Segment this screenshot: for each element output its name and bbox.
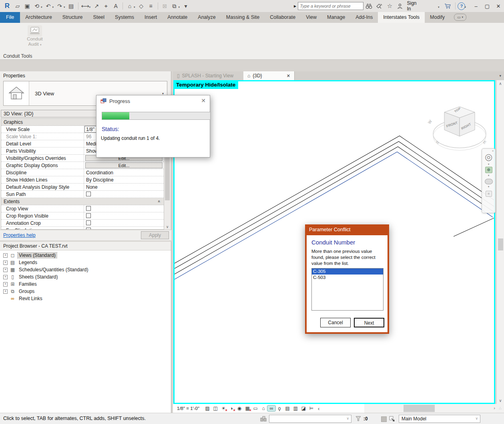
lock-3d-view-icon[interactable]: ⌂	[259, 406, 267, 411]
app-store-cart-icon[interactable]	[443, 3, 453, 9]
crop-region-visible-checkbox[interactable]	[86, 213, 91, 218]
tab-interstates-tools[interactable]: Interstates Tools	[378, 12, 425, 23]
redo-dropdown-caret[interactable]: ▾	[64, 6, 65, 9]
switch-windows-icon[interactable]: ⧉	[170, 3, 179, 10]
property-row-graphic-display-options[interactable]: Graphic Display OptionsEdit...	[1, 162, 164, 169]
steering-wheel-icon[interactable]: ◎	[485, 152, 492, 162]
tree-item-sheets[interactable]: + ▯ Sheets (Standard)	[0, 273, 171, 281]
sun-path-icon[interactable]: ☀✕	[219, 406, 227, 411]
active-workset-dropdown[interactable]: ∨	[269, 415, 351, 423]
navigation-bar[interactable]: ✕ ◎ ▾ ⊕ ▾ ▾ ⌗	[482, 148, 496, 213]
user-icon[interactable]	[395, 3, 405, 9]
progress-close-icon[interactable]: ✕	[201, 97, 206, 104]
tree-expander[interactable]: +	[3, 253, 8, 258]
scroll-down-arrow[interactable]: ∨	[164, 225, 171, 229]
editable-only-icon[interactable]	[381, 416, 387, 422]
scroll-up-arrow[interactable]: ∧	[497, 81, 504, 86]
scroll-right-arrow[interactable]: ›	[494, 406, 495, 410]
close-view-tab-icon[interactable]: ✕	[287, 73, 290, 79]
view-scale-control[interactable]: 1/8" = 1'-0"	[177, 406, 199, 411]
crop-view-checkbox[interactable]	[86, 206, 91, 211]
text-icon[interactable]: A	[111, 3, 120, 9]
tab-insert[interactable]: Insert	[139, 12, 162, 23]
tab-modify[interactable]: Modify	[425, 12, 450, 23]
annotation-crop-checkbox[interactable]	[86, 220, 91, 225]
collapse-group-icon[interactable]: «	[157, 200, 162, 203]
property-group-extents[interactable]: Extents«	[1, 198, 164, 205]
customize-qat-icon[interactable]: ▾	[181, 3, 191, 9]
measure-icon[interactable]: ⟷	[80, 3, 90, 9]
crop-region-icon[interactable]: ▭	[251, 406, 259, 411]
temporary-hide-isolate-icon[interactable]: ∞	[267, 406, 275, 411]
vertical-scrollbar-thumb[interactable]	[498, 238, 503, 250]
filter-icon[interactable]	[355, 416, 361, 422]
search-expand-arrow[interactable]: ▶	[294, 4, 296, 8]
sun-path-checkbox[interactable]	[86, 192, 91, 196]
default-3d-view-icon[interactable]: ⌂	[125, 3, 135, 9]
scroll-down-arrow[interactable]: ∨	[497, 398, 504, 403]
save-icon[interactable]: ▣	[22, 3, 32, 9]
displacement-icon[interactable]: ◪	[299, 406, 307, 411]
visual-style-icon[interactable]: ▨	[203, 406, 211, 411]
horizontal-scrollbar-thumb[interactable]	[404, 405, 435, 412]
compass-south[interactable]: S	[435, 140, 440, 145]
tab-massing-site[interactable]: Massing & Site	[221, 12, 265, 23]
sign-in-caret[interactable]: ▾	[438, 6, 440, 9]
undo-icon[interactable]: ↶	[44, 3, 53, 9]
3d-view-dropdown-caret[interactable]: ▾	[134, 6, 135, 9]
property-row-crop-view[interactable]: Crop View	[1, 205, 164, 212]
cancel-button[interactable]: Cancel	[320, 318, 351, 327]
list-option-c305[interactable]: C-305	[312, 269, 383, 275]
tree-item-schedules[interactable]: + ▦ Schedules/Quantities (Standard)	[0, 266, 171, 273]
aligned-dimension-icon[interactable]: ↗	[92, 3, 101, 9]
viewcube[interactable]: W S E TOP FRONT RIGHT	[415, 99, 499, 153]
favorites-star-icon[interactable]: ☆	[384, 2, 395, 10]
constraints-icon[interactable]: ⊨	[307, 406, 315, 411]
tree-item-revit-links[interactable]: + ∞ Revit Links	[0, 295, 171, 302]
tree-expander[interactable]: +	[3, 268, 8, 272]
rendering-dialog-icon[interactable]: ◉	[235, 406, 243, 411]
tab-collaborate[interactable]: Collaborate	[265, 12, 301, 23]
tree-item-views[interactable]: + ◻ Views (Standard)	[0, 252, 171, 259]
measure-dropdown-caret[interactable]: ▾	[89, 6, 91, 9]
tab-add-ins[interactable]: Add-Ins	[350, 12, 378, 23]
tree-item-families[interactable]: + ⊞ Families	[0, 281, 171, 288]
tab-manage[interactable]: Manage	[322, 12, 350, 23]
property-row-far-clip-active[interactable]: Far Clip Active	[1, 227, 164, 230]
horizontal-scrollbar[interactable]: ›	[364, 404, 496, 413]
help-search-input[interactable]	[298, 2, 363, 10]
navbar-caret[interactable]: ▾	[488, 163, 490, 166]
ribbon-display-toggle-button[interactable]: ▭ ▾	[454, 14, 466, 21]
navbar-caret[interactable]: ▾	[488, 185, 490, 188]
tab-view[interactable]: View	[301, 12, 322, 23]
navbar-extra-tool-icon[interactable]: ⌗	[486, 191, 492, 197]
navbar-caret[interactable]: ▾	[488, 174, 490, 177]
tree-expander[interactable]: +	[3, 289, 8, 294]
search-binoculars-icon[interactable]	[363, 3, 374, 9]
thin-lines-icon[interactable]: ≡	[146, 3, 156, 9]
section-icon[interactable]: ◇	[137, 3, 146, 9]
property-row-default-analysis-display-style[interactable]: Default Analysis Display StyleNone	[1, 184, 164, 191]
maximize-button[interactable]: ▢	[482, 3, 493, 9]
print-icon[interactable]: ▤	[66, 3, 76, 9]
shadows-icon[interactable]: ◑✕	[227, 406, 235, 411]
tree-expander[interactable]: +	[3, 275, 8, 279]
close-button[interactable]: ✕	[493, 3, 504, 9]
sign-in-label[interactable]: Sign In	[407, 0, 420, 12]
analytical-model-icon[interactable]: ▥	[291, 406, 299, 411]
tree-item-legends[interactable]: + ▤ Legends	[0, 259, 171, 266]
tab-steel[interactable]: Steel	[88, 12, 110, 23]
view-tab-3d[interactable]: ⌂ {3D} ✕	[243, 71, 295, 80]
properties-help-link[interactable]: Properties help	[3, 232, 36, 238]
property-row-discipline[interactable]: DisciplineCoordination	[1, 169, 164, 176]
tab-annotate[interactable]: Annotate	[162, 12, 193, 23]
worksets-icon[interactable]	[260, 416, 267, 422]
orbit-tool-icon[interactable]	[485, 179, 493, 184]
tab-analyze[interactable]: Analyze	[193, 12, 221, 23]
property-row-crop-region-visible[interactable]: Crop Region Visible	[1, 212, 164, 220]
property-row-sun-path[interactable]: Sun Path	[1, 191, 164, 198]
redo-icon[interactable]: ↷	[55, 3, 64, 9]
resize-grip[interactable]: ∴	[496, 404, 504, 413]
sync-icon[interactable]: ⟲	[32, 3, 42, 9]
tab-structure[interactable]: Structure	[57, 12, 88, 23]
